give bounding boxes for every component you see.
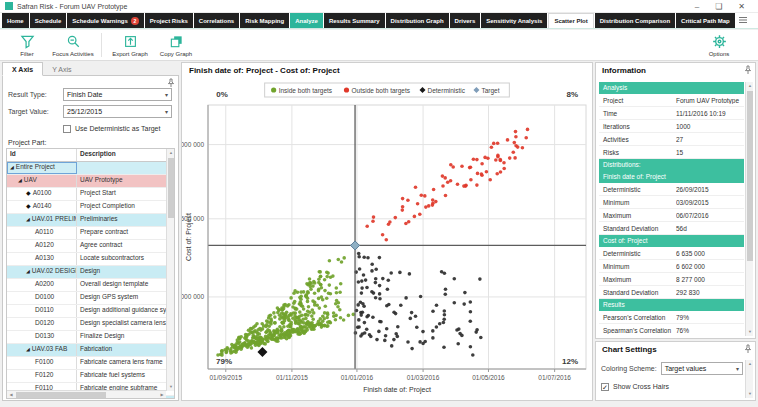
horizontal-scrollbar[interactable]: ◀ ▶ bbox=[7, 390, 166, 398]
filter-button[interactable]: Filter bbox=[4, 31, 50, 60]
info-label: Time bbox=[599, 110, 676, 117]
table-row[interactable]: ◆A0140Project Completion bbox=[7, 201, 174, 214]
scrollbar-thumb[interactable] bbox=[16, 392, 106, 398]
table-row[interactable]: A0120Agree contract bbox=[7, 240, 174, 253]
expand-icon[interactable]: ◢ bbox=[26, 268, 30, 274]
scroll-down-icon[interactable]: ▼ bbox=[746, 390, 754, 398]
table-row[interactable]: A0110Prepare contract bbox=[7, 227, 174, 240]
table-row[interactable]: D0120Design specialist camera lens bbox=[7, 318, 174, 331]
expand-icon[interactable]: ◢ bbox=[26, 346, 30, 352]
scroll-left-icon[interactable]: ◀ bbox=[7, 391, 15, 399]
scroll-up-icon[interactable]: ▲ bbox=[167, 149, 175, 157]
scroll-up-icon[interactable]: ▲ bbox=[746, 82, 754, 90]
ribbon-tab-project-risks[interactable]: Project Risks bbox=[145, 13, 193, 28]
scatter-plot[interactable]: 8 000 0007 500 0007 000 00001/09/201501/… bbox=[182, 81, 592, 403]
info-label: Standard Deviation bbox=[599, 289, 676, 296]
ribbon-tab-schedule-warnings[interactable]: Schedule Warnings2 bbox=[67, 13, 143, 28]
expand-icon[interactable]: ◢ bbox=[26, 216, 30, 222]
toolbar-separator bbox=[101, 33, 102, 57]
table-row[interactable]: F0100Fabricate camera lens frame bbox=[7, 357, 174, 370]
ribbon-tab-home[interactable]: Home bbox=[2, 13, 29, 28]
row-id: A0120 bbox=[35, 241, 54, 248]
ribbon-tab-correlations[interactable]: Correlations bbox=[194, 13, 239, 28]
table-row[interactable]: D0110Design additional guidance sys bbox=[7, 305, 174, 318]
target-value-dropdown[interactable]: 25/12/2015 ▾ bbox=[63, 105, 172, 118]
pin-icon[interactable] bbox=[744, 65, 752, 76]
svg-text:01/07/2016: 01/07/2016 bbox=[538, 374, 571, 381]
scrollbar-thumb[interactable] bbox=[747, 91, 753, 261]
use-deterministic-checkbox[interactable] bbox=[63, 125, 71, 133]
window-controls: – ❏ ✕ bbox=[695, 2, 753, 11]
ribbon-tab-sensitivity-analysis[interactable]: Sensitivity Analysis bbox=[481, 13, 547, 28]
table-row[interactable]: ◢Entire Project bbox=[7, 162, 174, 175]
row-id: UAV.03 FAB bbox=[32, 345, 67, 352]
ribbon-tab-critical-path-map[interactable]: Critical Path Map bbox=[676, 13, 735, 28]
table-row[interactable]: ◆A0100Project Start bbox=[7, 188, 174, 201]
row-description: Prepare contract bbox=[77, 227, 174, 239]
info-label: Standard Deviation bbox=[599, 225, 676, 232]
menu-icon[interactable] bbox=[738, 16, 748, 25]
result-type-dropdown[interactable]: Finish Date ▾ bbox=[63, 88, 172, 101]
table-row[interactable]: A0200Overall design template bbox=[7, 279, 174, 292]
pin-icon[interactable] bbox=[744, 344, 752, 355]
show-cross-hairs-checkbox[interactable] bbox=[601, 383, 609, 391]
tab-label: Results Summary bbox=[329, 18, 380, 24]
vertical-scrollbar[interactable]: ▲ ▼ bbox=[745, 360, 753, 398]
vertical-scrollbar[interactable]: ▲ ▼ bbox=[745, 82, 753, 336]
scroll-right-icon[interactable]: ▶ bbox=[158, 391, 166, 399]
row-id: F0100 bbox=[35, 358, 53, 365]
tab-label: Schedule bbox=[35, 18, 62, 24]
info-section-results: Results bbox=[599, 299, 744, 311]
expand-icon[interactable]: ◢ bbox=[10, 164, 14, 170]
column-header-id[interactable]: Id bbox=[7, 149, 77, 161]
svg-text:79%: 79% bbox=[216, 357, 232, 366]
row-description: Locate subcontractors bbox=[77, 253, 174, 265]
ribbon-tab-risk-mapping[interactable]: Risk Mapping bbox=[240, 13, 289, 28]
table-row[interactable]: ◢UAV.01 PRELIMPreliminaries bbox=[7, 214, 174, 227]
info-row-time: Time11/11/2016 10:19 bbox=[599, 107, 744, 120]
close-button[interactable]: ✕ bbox=[738, 2, 745, 11]
tab-y-axis[interactable]: Y Axis bbox=[43, 62, 80, 76]
minimize-button[interactable]: – bbox=[695, 2, 699, 11]
options-button[interactable]: Options bbox=[696, 31, 742, 60]
ribbon-tab-drivers[interactable]: Drivers bbox=[450, 13, 481, 28]
toolbar-button-label: Focus Activities bbox=[52, 51, 93, 57]
tab-label: Scatter Plot bbox=[554, 18, 587, 24]
ribbon-tab-distribution-graph[interactable]: Distribution Graph bbox=[386, 13, 449, 28]
coloring-scheme-dropdown[interactable]: Target values ▾ bbox=[661, 362, 743, 375]
export-graph-button[interactable]: Export Graph bbox=[107, 31, 153, 60]
table-row[interactable]: D0130Finalize Design bbox=[7, 331, 174, 344]
ribbon-tab-analyze[interactable]: Analyze bbox=[290, 13, 323, 28]
table-row[interactable]: F0120Fabricate fuel systems bbox=[7, 370, 174, 383]
scroll-down-icon[interactable]: ▼ bbox=[746, 328, 754, 336]
table-row[interactable]: ◢UAV.03 FABFabrication bbox=[7, 344, 174, 357]
vertical-scrollbar[interactable]: ▲ ▼ bbox=[166, 149, 174, 391]
svg-text:01/05/2016: 01/05/2016 bbox=[472, 374, 505, 381]
table-row[interactable]: ◢UAV.02 DESIGNDesign bbox=[7, 266, 174, 279]
ribbon-tab-results-summary[interactable]: Results Summary bbox=[324, 13, 385, 28]
svg-text:12%: 12% bbox=[562, 357, 578, 366]
row-id: UAV.01 PRELIM bbox=[32, 215, 77, 222]
row-description: Design additional guidance sys bbox=[77, 305, 174, 317]
table-row[interactable]: D0100Design GPS system bbox=[7, 292, 174, 305]
tab-x-axis[interactable]: X Axis bbox=[2, 62, 43, 76]
ribbon-tab-distribution-comparison[interactable]: Distribution Comparison bbox=[595, 13, 675, 28]
info-row-iterations: Iterations1000 bbox=[599, 120, 744, 133]
info-row-risks: Risks15 bbox=[599, 146, 744, 159]
ribbon-tab-scatter-plot[interactable]: Scatter Plot bbox=[548, 13, 593, 28]
table-row[interactable]: ◢UAVUAV Prototype bbox=[7, 175, 174, 188]
ribbon-tab-schedule[interactable]: Schedule bbox=[30, 13, 67, 28]
expand-icon[interactable]: ◢ bbox=[18, 177, 22, 183]
scroll-up-icon[interactable]: ▲ bbox=[746, 360, 754, 368]
copy-graph-button[interactable]: Copy Graph bbox=[153, 31, 199, 60]
scroll-down-icon[interactable]: ▼ bbox=[167, 383, 175, 391]
row-id-cell: ◢UAV.03 FAB bbox=[7, 344, 77, 356]
table-row[interactable]: A0130Locate subcontractors bbox=[7, 253, 174, 266]
focus-activities-button[interactable]: Focus Activities bbox=[50, 31, 96, 60]
column-header-description[interactable]: Description bbox=[77, 149, 174, 161]
row-description: Finalize Design bbox=[77, 331, 174, 343]
scrollbar-thumb[interactable] bbox=[168, 158, 174, 218]
expand-icon[interactable]: ◢ bbox=[26, 398, 30, 399]
maximize-button[interactable]: ❏ bbox=[715, 2, 722, 11]
info-value: 11/11/2016 10:19 bbox=[676, 110, 744, 117]
